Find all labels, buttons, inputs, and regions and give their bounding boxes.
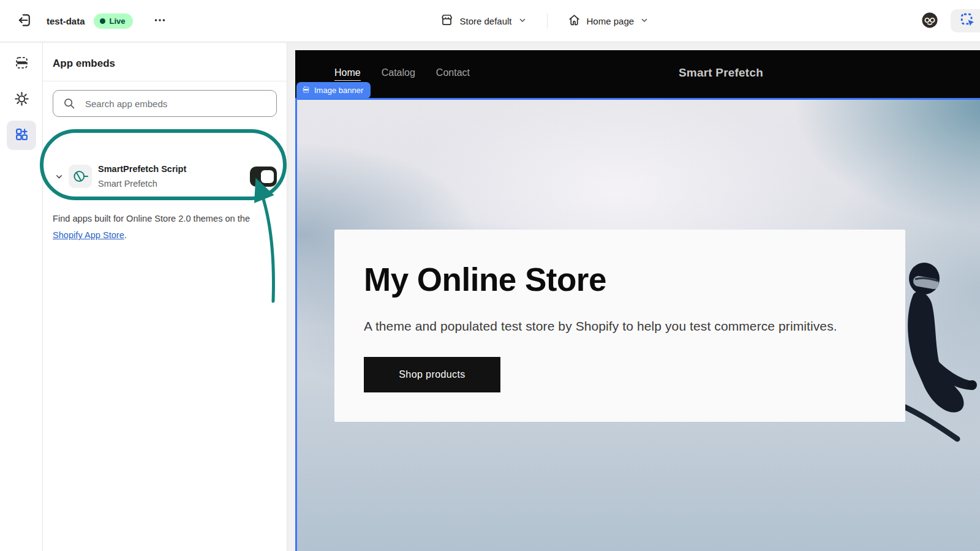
search-app-embeds-input[interactable] (53, 90, 277, 117)
chevron-down-icon (518, 15, 527, 27)
inspector-toggle-button[interactable] (951, 9, 980, 32)
shopify-app-store-link[interactable]: Shopify App Store (53, 230, 124, 240)
nav-link-contact[interactable]: Contact (436, 67, 470, 81)
topbar: test-data Live Store default (0, 0, 980, 42)
panel-header: App embeds (43, 43, 287, 81)
app-embeds-panel: App embeds SmartPrefetch Script Smart (43, 43, 287, 551)
search-wrap (53, 90, 277, 117)
storefront-preview: Home Catalog Contact Smart Prefetch Imag… (295, 50, 980, 551)
chevron-down-icon (639, 15, 649, 27)
sidebar-item-app-embeds[interactable] (7, 121, 36, 150)
preview-header: Home Catalog Contact Smart Prefetch (295, 50, 980, 98)
sidebar-item-theme-settings[interactable] (7, 85, 36, 114)
snowboarder-silhouette (903, 259, 980, 443)
topbar-right (919, 9, 980, 32)
store-selector-label: Store default (459, 16, 511, 26)
sidebar-item-sections[interactable] (7, 49, 36, 78)
app-embed-developer: Smart Prefetch (98, 179, 250, 189)
image-banner-section: My Online Store A theme and populated te… (295, 98, 980, 551)
home-icon (567, 13, 581, 29)
section-label-text: Image banner (314, 86, 363, 95)
section-tag-icon (302, 86, 310, 96)
hero-card: My Online Store A theme and populated te… (334, 230, 905, 422)
live-badge-label: Live (110, 17, 126, 26)
live-dot-icon (100, 18, 105, 24)
preview-nav: Home Catalog Contact (295, 67, 470, 81)
smart-prefetch-logo (69, 165, 92, 188)
live-status-badge: Live (94, 13, 133, 29)
gear-icon (14, 91, 29, 108)
sections-icon (14, 55, 29, 72)
nav-link-home[interactable]: Home (334, 67, 361, 81)
storefront-icon (440, 13, 454, 29)
chevron-down-icon[interactable] (51, 171, 66, 182)
exit-icon (17, 12, 32, 30)
hero-description: A theme and populated test store by Shop… (364, 319, 876, 334)
shop-products-button[interactable]: Shop products (364, 357, 500, 392)
three-dots-menu-icon (153, 13, 167, 29)
app-embed-toggle[interactable] (250, 167, 277, 187)
more-actions-button[interactable] (149, 10, 171, 32)
hero-heading: My Online Store (364, 263, 876, 297)
topbar-center: Store default Home page (171, 9, 919, 33)
store-context-selector[interactable]: Store default (434, 9, 533, 33)
incognito-face-icon (921, 11, 939, 31)
inspector-select-icon (960, 12, 976, 30)
editor-sidebar-rail (0, 43, 43, 551)
incognito-preview-button[interactable] (919, 10, 941, 32)
footer-text-before: Find apps built for Online Store 2.0 the… (53, 214, 250, 223)
panel-title: App embeds (53, 58, 277, 70)
app-embed-texts: SmartPrefetch Script Smart Prefetch (98, 163, 250, 190)
app-embed-name: SmartPrefetch Script (98, 163, 250, 174)
footer-text-after: . (124, 230, 127, 240)
nav-link-catalog[interactable]: Catalog (382, 67, 415, 81)
page-selector[interactable]: Home page (561, 9, 656, 33)
search-icon (62, 97, 76, 113)
topbar-left: test-data Live (0, 10, 171, 32)
panel-footer-text: Find apps built for Online Store 2.0 the… (43, 211, 287, 244)
exit-editor-button[interactable] (13, 10, 36, 32)
app-embed-row[interactable]: SmartPrefetch Script Smart Prefetch (43, 143, 287, 210)
topbar-divider (547, 13, 548, 28)
toggle-knob (261, 170, 274, 183)
image-banner-section-label[interactable]: Image banner (296, 82, 371, 99)
store-title[interactable]: Smart Prefetch (679, 66, 763, 80)
page-selector-label: Home page (587, 16, 635, 26)
app-embeds-grid-plus-icon (14, 127, 29, 144)
theme-name: test-data (47, 16, 85, 26)
